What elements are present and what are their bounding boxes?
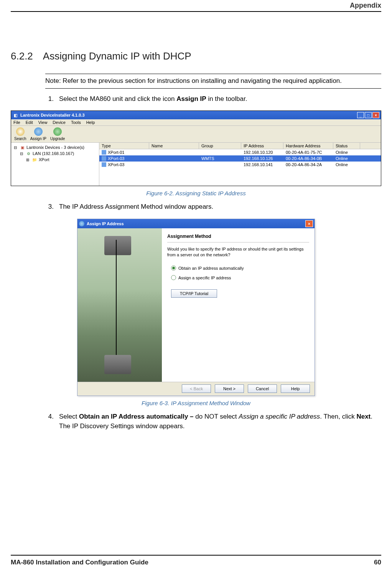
radio-icon: [171, 266, 176, 271]
table-row[interactable]: XPort-03WMTS192.168.10.12600-20-4A-86-34…: [99, 155, 381, 162]
dialog-titlebar: Assign IP Address ×: [77, 219, 315, 228]
search-icon: [16, 127, 25, 136]
maximize-button[interactable]: □: [365, 112, 372, 118]
cancel-button[interactable]: Cancel: [248, 384, 277, 393]
dialog-footer: < Back Next > Cancel Help: [77, 382, 315, 396]
section-heading: 6.2.2 Assigning Dynamic IP with DHCP: [11, 50, 381, 62]
toolbar-upgrade[interactable]: Upgrade: [50, 127, 65, 141]
section-title: Assigning Dynamic IP with DHCP: [43, 50, 191, 62]
assign-ip-dialog: Assign IP Address × Assignment Method Wo…: [77, 219, 315, 396]
page-number: 60: [374, 559, 381, 566]
wizard-side-image: [77, 228, 162, 382]
tree-collapse-icon[interactable]: ⊟: [13, 145, 18, 150]
step-number: 4.: [45, 412, 54, 431]
folder-icon: 📁: [32, 157, 37, 162]
running-header: Appendix: [350, 2, 381, 10]
globe-icon: [34, 127, 43, 136]
minimize-button[interactable]: _: [357, 112, 364, 118]
footer-title: MA-860 Installation and Configuration Gu…: [11, 559, 148, 566]
list-header: Type Name Group IP Address Hardware Addr…: [99, 143, 381, 149]
col-hw[interactable]: Hardware Address: [283, 143, 333, 149]
col-type[interactable]: Type: [99, 143, 149, 149]
tree-collapse-icon[interactable]: ⊟: [19, 151, 24, 156]
step-number: 1.: [45, 94, 54, 104]
col-status[interactable]: Status: [333, 143, 360, 149]
next-button[interactable]: Next >: [215, 384, 244, 393]
menu-tools[interactable]: Tools: [71, 120, 81, 125]
window-titlebar: ◧ Lantronix DeviceInstaller 4.1.0.3 _ □ …: [11, 111, 381, 119]
table-row[interactable]: XPort-03192.168.10.14100-20-4A-86-34-2AO…: [99, 162, 381, 168]
device-icon: [102, 150, 106, 155]
app-icon: ◧: [13, 112, 18, 118]
window-title: Lantronix DeviceInstaller 4.1.0.3: [20, 113, 85, 117]
panel-heading: Assignment Method: [167, 234, 309, 239]
tcpip-tutorial-button[interactable]: TCP/IP Tutorial: [171, 289, 217, 298]
dialog-title: Assign IP Address: [87, 221, 124, 226]
device-illustration: [104, 355, 131, 374]
network-icon: ⚙: [26, 151, 31, 156]
col-name[interactable]: Name: [149, 143, 199, 149]
upgrade-icon: [53, 127, 62, 136]
tree-expand-icon[interactable]: ⊞: [25, 157, 30, 162]
toolbar-assign-ip[interactable]: Assign IP: [30, 127, 46, 141]
separator: [167, 242, 309, 242]
figure-caption: Figure 6-3. IP Assignment Method Window: [11, 400, 381, 406]
menu-edit[interactable]: Edit: [26, 120, 33, 125]
step-text: Select Obtain an IP Address automaticall…: [59, 412, 381, 431]
note-box: Note: Refer to the previous section for …: [45, 74, 381, 89]
cable-illustration: [116, 240, 117, 363]
device-icon: [102, 156, 106, 161]
help-button[interactable]: Help: [281, 384, 310, 393]
step-number: 3.: [45, 202, 54, 212]
toolbar: Search Assign IP Upgrade: [11, 126, 381, 143]
menu-bar: File Edit View Device Tools Help: [11, 119, 381, 126]
device-tree[interactable]: ⊟▣Lantronix Devices - 3 device(s) ⊟⚙LAN …: [11, 143, 99, 186]
table-row[interactable]: XPort-01192.168.10.12000-20-4A-81-75-7CO…: [99, 149, 381, 155]
device-illustration: [104, 236, 131, 255]
step-text: Select the MA860 unit and click the icon…: [59, 94, 381, 104]
col-ip[interactable]: IP Address: [241, 143, 283, 149]
step-text: The IP Address Assignment Method window …: [59, 202, 381, 212]
close-button[interactable]: ×: [372, 112, 379, 118]
menu-device[interactable]: Device: [53, 120, 66, 125]
globe-icon: [79, 221, 84, 226]
deviceinstaller-screenshot: ◧ Lantronix DeviceInstaller 4.1.0.3 _ □ …: [11, 111, 381, 186]
devices-icon: ▣: [20, 145, 25, 150]
device-list[interactable]: Type Name Group IP Address Hardware Addr…: [99, 143, 381, 186]
figure-caption: Figure 6-2. Assigning Static IP Address: [11, 190, 381, 196]
close-button[interactable]: ×: [305, 220, 313, 227]
section-number: 6.2.2: [11, 50, 33, 62]
radio-obtain-auto[interactable]: Obtain an IP address automatically: [171, 266, 309, 271]
col-group[interactable]: Group: [199, 143, 241, 149]
device-icon: [102, 162, 106, 167]
back-button: < Back: [182, 384, 211, 393]
menu-file[interactable]: File: [13, 120, 20, 125]
toolbar-search[interactable]: Search: [14, 127, 26, 141]
radio-assign-specific[interactable]: Assign a specific IP address: [171, 275, 309, 280]
menu-view[interactable]: View: [38, 120, 48, 125]
menu-help[interactable]: Help: [86, 120, 95, 125]
radio-icon: [171, 275, 176, 280]
panel-prompt: Would you like to specify the IP address…: [167, 246, 309, 258]
